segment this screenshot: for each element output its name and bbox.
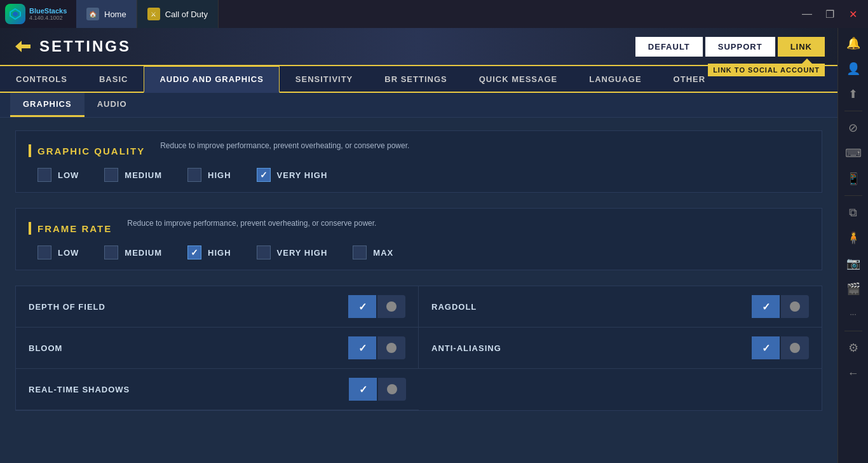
framerate-option-very-high: VERY HIGH bbox=[257, 245, 328, 259]
person2-icon[interactable]: 🧍 bbox=[842, 226, 865, 249]
minimize-button[interactable]: — bbox=[797, 4, 817, 24]
tab-br-settings[interactable]: BR SETTINGS bbox=[369, 66, 463, 92]
depth-of-field-toggle[interactable]: ✓ bbox=[348, 295, 405, 318]
graphic-quality-desc: Reduce to improve performance, prevent o… bbox=[160, 141, 409, 150]
bluestacks-text: BlueStacks 4.140.4.1002 bbox=[29, 7, 67, 21]
frame-rate-options: LOW MEDIUM HIGH VERY HIGH MAX bbox=[37, 245, 809, 259]
framerate-label-low: LOW bbox=[58, 248, 79, 258]
real-time-shadows-on[interactable]: ✓ bbox=[349, 378, 377, 401]
link-arrow bbox=[802, 59, 812, 64]
bluestacks-icon bbox=[5, 4, 25, 24]
section-bar bbox=[29, 144, 31, 157]
tab-quick-message[interactable]: QUICK MESSAGE bbox=[463, 66, 574, 92]
subtab-graphics[interactable]: GRAPHICS bbox=[10, 93, 85, 117]
keyboard-icon[interactable]: ⌨ bbox=[842, 142, 865, 165]
framerate-option-medium: MEDIUM bbox=[104, 245, 162, 259]
frame-rate-desc: Reduce to improve performance, prevent o… bbox=[127, 219, 376, 228]
bloom-toggle[interactable]: ✓ bbox=[348, 336, 405, 359]
anti-aliasing-label: ANTI-ALIASING bbox=[431, 343, 501, 353]
anti-aliasing-on[interactable]: ✓ bbox=[752, 336, 780, 359]
framerate-option-max: MAX bbox=[353, 245, 393, 259]
sidebar-divider-2 bbox=[844, 195, 862, 196]
framerate-checkbox-very-high[interactable] bbox=[257, 245, 271, 259]
link-button[interactable]: LINK LINK TO SOCIAL ACCOUNT bbox=[778, 37, 825, 57]
ragdoll-on[interactable]: ✓ bbox=[752, 295, 780, 318]
close-button[interactable]: ✕ bbox=[843, 4, 863, 24]
quality-label-low: LOW bbox=[58, 170, 79, 180]
depth-of-field-off[interactable] bbox=[377, 295, 405, 318]
quality-option-medium: MEDIUM bbox=[104, 168, 162, 182]
default-button[interactable]: DEFAULT bbox=[635, 37, 703, 57]
sidebar-divider-1 bbox=[844, 111, 862, 111]
back-icon[interactable]: ← bbox=[842, 362, 865, 385]
camera-icon[interactable]: 📷 bbox=[842, 252, 865, 275]
title-bar-controls: — ❐ ✕ bbox=[797, 4, 868, 24]
quality-option-low: LOW bbox=[37, 168, 79, 182]
frame-rate-title-row: FRAME RATE Reduce to improve performance… bbox=[29, 219, 809, 238]
tab-sensitivity[interactable]: SENSITIVITY bbox=[280, 66, 369, 92]
support-button[interactable]: SUPPORT bbox=[705, 37, 775, 57]
gear-icon[interactable]: ⚙ bbox=[842, 336, 865, 359]
framerate-checkbox-low[interactable] bbox=[37, 245, 51, 259]
back-arrow-icon[interactable] bbox=[13, 36, 33, 57]
link-tooltip: LINK TO SOCIAL ACCOUNT bbox=[708, 64, 825, 76]
header-buttons: DEFAULT SUPPORT LINK LINK TO SOCIAL ACCO… bbox=[635, 37, 825, 57]
quality-label-very-high: VERY HIGH bbox=[277, 170, 328, 180]
settings-title-area: SETTINGS bbox=[13, 36, 131, 57]
real-time-shadows-off[interactable] bbox=[378, 378, 406, 401]
quality-checkbox-medium[interactable] bbox=[104, 168, 118, 182]
ragdoll-off[interactable] bbox=[781, 295, 809, 318]
depth-of-field-label: DEPTH OF FIELD bbox=[29, 302, 105, 312]
upload-icon[interactable]: ⬆ bbox=[842, 83, 865, 106]
tab-language[interactable]: LANGUAGE bbox=[573, 66, 657, 92]
profile-icon[interactable]: 👤 bbox=[842, 57, 865, 80]
cod-tab[interactable]: ⚔ Call of Duty bbox=[137, 0, 219, 28]
tab-controls[interactable]: CONTROLS bbox=[0, 66, 83, 92]
toggle-real-time-shadows: REAL-TIME SHADOWS ✓ bbox=[16, 369, 419, 410]
bell-icon[interactable]: 🔔 bbox=[842, 32, 865, 55]
more-icon[interactable]: ··· bbox=[842, 303, 865, 326]
svg-marker-1 bbox=[13, 11, 18, 17]
grid-icon[interactable]: ⧉ bbox=[842, 201, 865, 224]
home-tab[interactable]: 🏠 Home bbox=[76, 0, 137, 28]
tab-audio-graphics[interactable]: AUDIO AND GRAPHICS bbox=[144, 66, 279, 93]
subtab-audio[interactable]: AUDIO bbox=[85, 93, 140, 117]
framerate-checkbox-max[interactable] bbox=[353, 245, 367, 259]
bloom-on[interactable]: ✓ bbox=[348, 336, 376, 359]
restore-button[interactable]: ❐ bbox=[820, 4, 840, 24]
bluestacks-logo: BlueStacks 4.140.4.1002 bbox=[0, 0, 76, 28]
quality-label-high: HIGH bbox=[208, 170, 231, 180]
toggle-ragdoll: RAGDOLL ✓ bbox=[419, 286, 822, 328]
framerate-label-medium: MEDIUM bbox=[125, 248, 162, 258]
home-tab-icon: 🏠 bbox=[86, 8, 99, 20]
anti-aliasing-toggle[interactable]: ✓ bbox=[752, 336, 809, 359]
svg-marker-2 bbox=[15, 41, 31, 52]
depth-of-field-on[interactable]: ✓ bbox=[348, 295, 376, 318]
graphic-quality-options: LOW MEDIUM HIGH VERY HIGH bbox=[37, 168, 809, 182]
framerate-option-low: LOW bbox=[37, 245, 79, 259]
graphic-quality-section: GRAPHIC QUALITY Reduce to improve perfor… bbox=[15, 130, 822, 193]
real-time-shadows-toggle[interactable]: ✓ bbox=[349, 378, 406, 401]
phone-icon[interactable]: 📱 bbox=[842, 167, 865, 190]
ragdoll-toggle[interactable]: ✓ bbox=[752, 295, 809, 318]
bloom-off[interactable] bbox=[377, 336, 405, 359]
framerate-label-max: MAX bbox=[373, 248, 393, 258]
quality-checkbox-high[interactable] bbox=[187, 168, 201, 182]
quality-checkbox-very-high[interactable] bbox=[257, 168, 271, 182]
right-sidebar: 🔔 👤 ⬆ ⊘ ⌨ 📱 ⧉ 🧍 📷 🎬 ··· ⚙ ← bbox=[837, 0, 868, 463]
quality-checkbox-low[interactable] bbox=[37, 168, 51, 182]
framerate-label-high: HIGH bbox=[208, 248, 231, 258]
framerate-checkbox-high[interactable] bbox=[187, 245, 201, 259]
framerate-checkbox-medium[interactable] bbox=[104, 245, 118, 259]
section-bar-2 bbox=[29, 222, 31, 235]
video-icon[interactable]: 🎬 bbox=[842, 277, 865, 300]
frame-rate-section: FRAME RATE Reduce to improve performance… bbox=[15, 208, 822, 270]
bloom-label: BLOOM bbox=[29, 343, 62, 353]
toggle-bloom: BLOOM ✓ bbox=[16, 328, 419, 369]
slash-icon[interactable]: ⊘ bbox=[842, 116, 865, 139]
anti-aliasing-off[interactable] bbox=[781, 336, 809, 359]
sidebar-divider-3 bbox=[844, 331, 862, 331]
toggle-depth-of-field: DEPTH OF FIELD ✓ bbox=[16, 286, 419, 328]
settings-title: SETTINGS bbox=[39, 38, 131, 55]
tab-basic[interactable]: BASIC bbox=[83, 66, 144, 92]
